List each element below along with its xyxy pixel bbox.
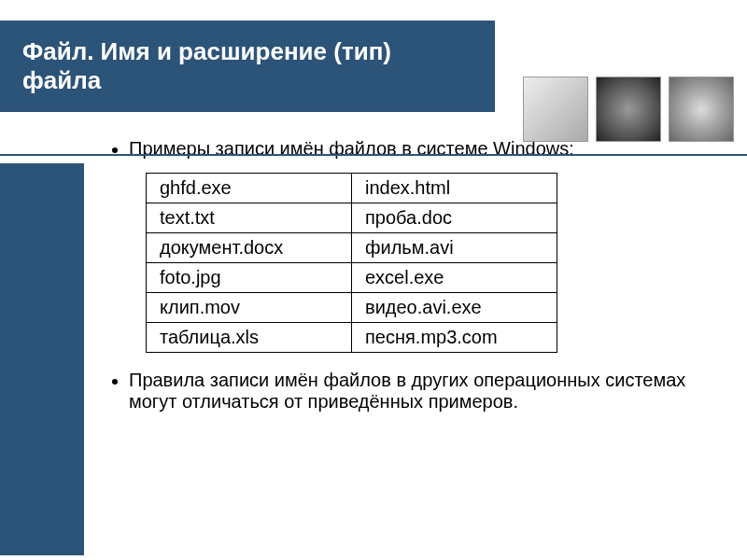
outro-text: Правила записи имён файлов в других опер… xyxy=(129,370,710,413)
table-cell: foto.jpg xyxy=(147,263,352,293)
table-row: клип.mov видео.avi.exe xyxy=(147,293,557,323)
decor-keyboard-image xyxy=(523,77,588,142)
content-area: Примеры записи имён файлов в системе Win… xyxy=(112,138,710,413)
table-row: документ.docx фильм.avi xyxy=(147,233,557,263)
table-cell: excel.exe xyxy=(352,263,557,293)
table-row: text.txt проба.doc xyxy=(147,203,557,233)
decor-lens-image xyxy=(669,77,734,142)
table-row: ghfd.exe index.html xyxy=(147,174,557,203)
divider-line xyxy=(0,154,747,156)
table-cell: index.html xyxy=(352,174,557,203)
decor-images xyxy=(523,77,734,142)
table-cell: клип.mov xyxy=(147,293,352,323)
table-cell: таблица.xls xyxy=(147,323,352,353)
table-row: foto.jpg excel.exe xyxy=(147,263,557,293)
slide-title-bar: Файл. Имя и расширение (тип) файла xyxy=(0,21,495,112)
intro-text: Примеры записи имён файлов в системе Win… xyxy=(129,138,574,160)
side-accent-bar xyxy=(0,163,84,555)
table-cell: ghfd.exe xyxy=(147,174,352,203)
bullet-icon xyxy=(112,379,118,385)
table-row: таблица.xls песня.mp3.com xyxy=(147,323,557,353)
table-cell: документ.docx xyxy=(147,233,352,263)
outro-bullet: Правила записи имён файлов в других опер… xyxy=(112,370,710,413)
bullet-icon xyxy=(112,147,118,153)
table-cell: фильм.avi xyxy=(352,233,557,263)
table-cell: видео.avi.exe xyxy=(352,293,557,323)
filename-examples-table: ghfd.exe index.html text.txt проба.doc д… xyxy=(146,173,557,353)
table-cell: text.txt xyxy=(147,203,352,233)
table-cell: проба.doc xyxy=(352,203,557,233)
slide-title: Файл. Имя и расширение (тип) файла xyxy=(22,37,472,95)
table-cell: песня.mp3.com xyxy=(352,323,557,353)
decor-disc-image xyxy=(596,77,661,142)
